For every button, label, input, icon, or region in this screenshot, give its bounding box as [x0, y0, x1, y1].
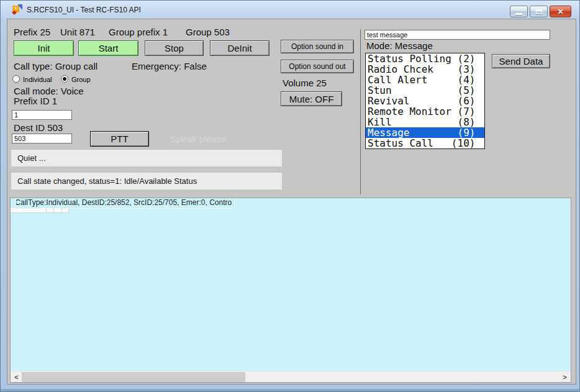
maximize-button[interactable] — [530, 6, 548, 17]
panel-divider — [360, 29, 361, 194]
scroll-right-arrow-icon: > — [563, 373, 566, 381]
call-type-label: Call type: Group call — [14, 61, 97, 71]
stop-button[interactable]: Stop — [145, 40, 204, 56]
listbox-item[interactable]: Remote Monitor (7) — [366, 106, 484, 117]
listbox-item[interactable]: Kill (8) — [366, 117, 484, 127]
listbox-item[interactable]: Call Alert (4) — [366, 75, 484, 85]
maximize-icon — [536, 9, 542, 14]
volume-label: Volume 25 — [283, 78, 327, 88]
individual-radio[interactable] — [12, 75, 20, 83]
horizontal-scrollbar[interactable]: < > — [11, 371, 571, 382]
window-bottom-border — [1, 389, 579, 391]
scrollbar-thumb[interactable] — [22, 372, 245, 382]
scroll-left-arrow-icon: < — [14, 373, 18, 381]
option-sound-out-button[interactable]: Option sound out — [281, 60, 354, 73]
scroll-right-button[interactable]: > — [560, 371, 570, 382]
close-button[interactable]: ✕ — [550, 6, 571, 17]
prefix-label: Prefix 25 — [14, 27, 50, 37]
prefix-id-input[interactable] — [12, 110, 72, 120]
minimize-button[interactable] — [510, 6, 528, 17]
event-grid: OfferingTypeTxtCallTypeTxtDestPrefixDest… — [10, 198, 571, 383]
listbox-item[interactable]: Status Polling (2) — [366, 53, 484, 64]
option-sound-in-button[interactable]: Option sound in — [281, 40, 354, 53]
dest-id-label: Dest ID 503 — [14, 122, 63, 133]
scroll-left-button[interactable]: < — [11, 371, 22, 382]
app-icon — [12, 4, 22, 15]
minimize-icon — [515, 13, 522, 15]
audio-status-panel: Quiet ... — [11, 150, 282, 166]
group-prefix-label: Group prefix 1 — [109, 27, 168, 37]
start-button[interactable]: Start — [78, 40, 138, 56]
deinit-button[interactable]: DeInit — [210, 40, 270, 56]
app-window: S.RCFS10_UI - Test RC-FS10 API ✕ Prefix … — [0, 0, 580, 392]
client-area: Prefix 25 Unit 871 Group prefix 1 Group … — [7, 19, 576, 385]
listbox-item[interactable]: Radio Chcek (3) — [366, 64, 484, 75]
group-label: Group 503 — [186, 27, 230, 37]
window-controls: ✕ — [510, 6, 571, 17]
call-state-panel: Call state changed, status=1: Idle/Avail… — [11, 173, 282, 189]
init-button[interactable]: Init — [14, 40, 74, 56]
emergency-label: Emergency: False — [132, 61, 207, 71]
message-type-listbox[interactable]: Status Polling (2)Radio Chcek (3)Call Al… — [365, 53, 485, 149]
titlebar[interactable]: S.RCFS10_UI - Test RC-FS10 API ✕ — [1, 1, 579, 19]
grid-cell[interactable]: [CallType:Individual, DestID:25/852, Src… — [11, 198, 235, 209]
ptt-button[interactable]: PTT — [90, 131, 149, 147]
send-data-button[interactable]: Send Data — [492, 54, 550, 68]
mode-label: Mode: Message — [366, 40, 433, 51]
group-radio[interactable] — [61, 75, 68, 83]
individual-radio-label[interactable]: Individual — [23, 76, 52, 83]
listbox-item[interactable]: Message (9) — [366, 127, 484, 138]
test-message-input[interactable] — [365, 30, 550, 40]
unit-label: Unit 871 — [60, 27, 95, 37]
window-title: S.RCFS10_UI - Test RC-FS10 API — [27, 6, 141, 14]
dest-id-input[interactable] — [12, 134, 72, 144]
listbox-item[interactable]: Stun (5) — [366, 85, 484, 96]
empty-cell — [11, 198, 16, 209]
speak-hint-label: Speak please — [170, 134, 227, 144]
group-radio-label[interactable]: Group — [71, 76, 91, 83]
close-icon: ✕ — [557, 8, 563, 16]
mute-button[interactable]: Mute: OFF — [281, 91, 342, 106]
prefix-id-label: Prefix ID 1 — [14, 96, 57, 106]
listbox-item[interactable]: Revival (6) — [366, 96, 484, 106]
call-mode-label: Call mode: Voice — [14, 86, 84, 96]
listbox-item[interactable]: Status Call (10) — [366, 138, 484, 148]
